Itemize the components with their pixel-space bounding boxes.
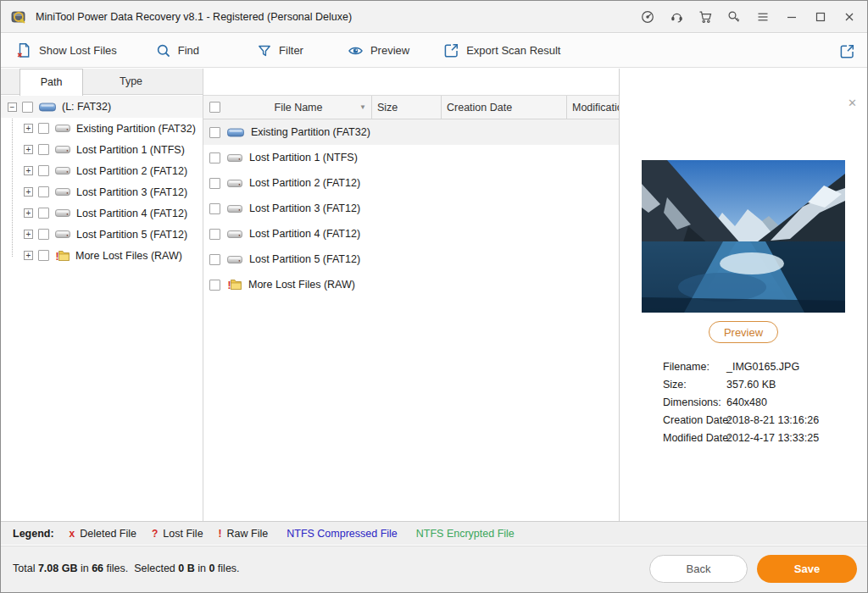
file-list-row[interactable]: Lost Partition 2 (FAT12)	[203, 170, 620, 196]
row-checkbox[interactable]	[209, 152, 220, 163]
show-lost-files-label: Show Lost Files	[39, 44, 117, 57]
window-title: MiniTool Power Data Recovery v8.1 - Regi…	[36, 11, 352, 23]
tree-item[interactable]: + Lost Partition 3 (FAT12)	[1, 181, 203, 202]
eye-icon	[348, 43, 364, 58]
tree-item-checkbox[interactable]	[38, 165, 49, 176]
app-window: MiniTool Power Data Recovery v8.1 - Regi…	[0, 0, 868, 593]
tree-item[interactable]: + Lost Partition 5 (FAT12)	[1, 224, 203, 245]
raw-folder-icon: !	[55, 250, 70, 262]
column-header-modification-date[interactable]: Modification Date	[567, 96, 620, 119]
raw-file-mark-icon: !	[219, 528, 222, 540]
column-header-size[interactable]: Size	[372, 96, 442, 119]
row-label: More Lost Files (RAW)	[248, 279, 355, 291]
file-list-row[interactable]: Lost Partition 4 (FAT12)	[203, 221, 620, 247]
document-delete-icon	[16, 42, 32, 58]
tree-item-label: Lost Partition 2 (FAT12)	[76, 165, 187, 177]
close-icon[interactable]	[835, 1, 864, 33]
drive-icon	[227, 127, 244, 138]
export-scan-result-button[interactable]: Export Scan Result	[443, 42, 560, 58]
menu-icon[interactable]	[748, 1, 777, 33]
tree-item[interactable]: + Lost Partition 2 (FAT12)	[1, 160, 203, 181]
legend-lost-file: ? Lost File	[152, 528, 203, 540]
filter-button[interactable]: Filter	[257, 43, 303, 58]
support-headset-icon[interactable]	[662, 1, 691, 33]
column-header-creation-date[interactable]: Creation Date	[442, 96, 567, 119]
tree-collapse-toggle[interactable]: −	[8, 103, 17, 112]
tree-item-checkbox[interactable]	[38, 123, 49, 134]
tree-item-checkbox[interactable]	[38, 250, 49, 261]
legend-ntfs-compressed: NTFS Compressed File	[287, 528, 398, 540]
back-button[interactable]: Back	[649, 555, 748, 583]
drive-icon	[55, 208, 70, 218]
tab-path[interactable]: Path	[19, 69, 83, 96]
lost-file-mark-icon: ?	[152, 528, 158, 540]
file-list-row[interactable]: Lost Partition 1 (NTFS)	[203, 145, 620, 170]
row-checkbox[interactable]	[209, 280, 220, 291]
select-all-checkbox[interactable]	[209, 102, 220, 113]
shopping-cart-icon[interactable]	[691, 1, 720, 33]
register-key-icon[interactable]	[720, 1, 748, 33]
svg-text:!: !	[228, 280, 231, 291]
maximize-icon[interactable]	[806, 1, 835, 33]
row-checkbox[interactable]	[209, 203, 220, 214]
tree-item-checkbox[interactable]	[38, 186, 49, 197]
tree-item[interactable]: + Lost Partition 4 (FAT12)	[1, 202, 203, 224]
tree-expand-toggle[interactable]: +	[24, 230, 33, 239]
find-button[interactable]: Find	[156, 43, 199, 58]
preview-open-button[interactable]: Preview	[709, 321, 778, 343]
drive-icon	[55, 145, 70, 154]
tab-type[interactable]: Type	[83, 69, 179, 95]
file-list-row[interactable]: Lost Partition 3 (FAT12)	[203, 196, 620, 221]
tree-expand-toggle[interactable]: +	[24, 145, 33, 154]
drive-icon	[55, 187, 70, 197]
detail-creation-date: Creation Date: 2018-8-21 13:16:26	[663, 411, 862, 429]
preview-thumbnail-image	[642, 160, 845, 313]
tree-root-checkbox[interactable]	[22, 102, 33, 113]
file-list-row[interactable]: Lost Partition 5 (FAT12)	[203, 247, 620, 272]
row-checkbox[interactable]	[209, 254, 220, 265]
minimize-icon[interactable]	[777, 1, 806, 33]
row-label: Existing Partition (FAT32)	[251, 126, 370, 138]
tree-item-checkbox[interactable]	[38, 208, 49, 219]
tab-strip: Path Type	[1, 69, 203, 95]
row-label: Lost Partition 2 (FAT12)	[249, 177, 360, 189]
tree-item[interactable]: + ! More Lost Files (RAW)	[1, 245, 203, 266]
drive-icon	[55, 230, 70, 239]
legend-deleted-file: x Deleted File	[70, 528, 136, 540]
tree-item-checkbox[interactable]	[38, 144, 49, 155]
tree-item-label: Lost Partition 5 (FAT12)	[76, 229, 187, 241]
tree-expand-toggle[interactable]: +	[24, 187, 33, 197]
drive-icon	[55, 166, 70, 175]
sort-desc-icon[interactable]: ▼	[359, 103, 366, 111]
row-checkbox[interactable]	[209, 127, 220, 138]
drive-icon	[227, 204, 242, 213]
tree-expand-toggle[interactable]: +	[24, 166, 33, 175]
file-list-row[interactable]: Existing Partition (FAT32)	[203, 119, 620, 145]
row-checkbox[interactable]	[209, 229, 220, 240]
show-lost-files-button[interactable]: Show Lost Files	[16, 42, 117, 58]
legend-title: Legend:	[13, 528, 54, 540]
file-list-row[interactable]: ! More Lost Files (RAW)	[203, 272, 620, 297]
tree-expand-toggle[interactable]: +	[24, 208, 33, 218]
tree-item[interactable]: + Lost Partition 1 (NTFS)	[1, 139, 203, 160]
tree-item-label: More Lost Files (RAW)	[75, 250, 182, 262]
tree-expand-toggle[interactable]: +	[24, 124, 33, 133]
detail-size: Size: 357.60 KB	[663, 375, 862, 393]
preview-button[interactable]: Preview	[348, 43, 409, 58]
main-area: Path Type − (L: FAT32) +	[1, 69, 867, 521]
share-icon[interactable]	[839, 43, 855, 59]
tree-item-label: Existing Partition (FAT32)	[76, 123, 196, 135]
row-checkbox[interactable]	[209, 178, 220, 189]
column-header-file-name[interactable]: File Name ▼	[225, 96, 372, 119]
tree-item-label: Lost Partition 4 (FAT12)	[76, 208, 187, 219]
preview-label: Preview	[370, 44, 409, 57]
tree-root-row[interactable]: − (L: FAT32)	[1, 96, 203, 118]
drive-icon	[227, 153, 242, 163]
tree-item-checkbox[interactable]	[38, 229, 49, 240]
save-button[interactable]: Save	[757, 555, 857, 583]
tree-expand-toggle[interactable]: +	[24, 251, 33, 260]
tree-item[interactable]: + Existing Partition (FAT32)	[1, 118, 203, 139]
preview-close-icon[interactable]: ✕	[848, 97, 857, 108]
export-icon	[443, 42, 459, 58]
bootable-media-disc-icon[interactable]	[633, 1, 662, 33]
